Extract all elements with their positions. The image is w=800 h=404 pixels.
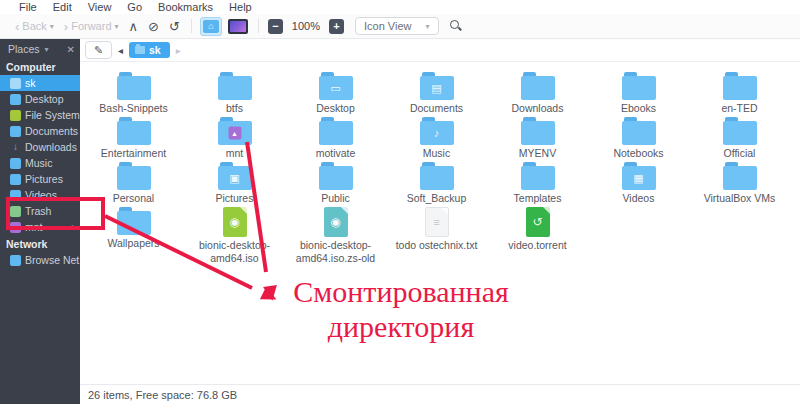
- desktop-button[interactable]: [228, 19, 248, 34]
- menu-go[interactable]: Go: [120, 1, 149, 13]
- back-button[interactable]: ‹ Back ▾: [10, 16, 59, 37]
- file-label: motivate: [316, 147, 356, 160]
- reload-icon: ↺: [169, 20, 180, 33]
- file-item-motivate[interactable]: motivate: [285, 115, 386, 160]
- sidebar-item-music[interactable]: Music: [0, 155, 80, 171]
- file-item-wallpapers[interactable]: Wallpapers: [83, 205, 184, 250]
- file-glyph-icon: ↺: [532, 216, 542, 228]
- sidebar-item-pictures[interactable]: Pictures: [0, 171, 80, 187]
- places-panel-header[interactable]: Places ▾ ✕: [0, 39, 80, 58]
- toolbar-separator: [191, 19, 192, 33]
- mount-emblem-icon: ▲: [228, 127, 241, 140]
- desktop-folder-icon: [10, 94, 21, 105]
- forward-button[interactable]: › Forward ▾: [59, 16, 124, 37]
- tab-scroll-left-icon[interactable]: ◂: [116, 45, 125, 56]
- file-item-bash-snippets[interactable]: Bash-Snippets: [83, 70, 184, 115]
- folder-icon: ▤: [420, 76, 454, 100]
- music-emblem-icon: ♪: [420, 121, 454, 145]
- file-item-videos[interactable]: ▦ Videos: [588, 160, 689, 205]
- file-label: Personal: [113, 192, 154, 205]
- file-item-soft-backup[interactable]: Soft_Backup: [386, 160, 487, 205]
- file-item-desktop[interactable]: ▭ Desktop: [285, 70, 386, 115]
- sidebar-item-desktop[interactable]: Desktop: [0, 91, 80, 107]
- file-glyph-icon: ≡: [433, 217, 439, 228]
- pictures-folder-icon: [10, 174, 21, 185]
- folder-icon: ▭: [319, 76, 353, 100]
- stop-button[interactable]: ⊘: [143, 16, 164, 37]
- tab-scroll-right-icon[interactable]: ▸: [174, 45, 183, 56]
- sidebar-item-mnt[interactable]: ▪ mnt ⏏: [0, 219, 80, 235]
- file-item-btfs[interactable]: btfs: [184, 70, 285, 115]
- file-item-virtualbox-vms[interactable]: VirtualBox VMs: [689, 160, 790, 205]
- sidebar-item-documents[interactable]: Documents: [0, 123, 80, 139]
- sidebar-item-videos[interactable]: Videos: [0, 187, 80, 203]
- file-item-documents[interactable]: ▤ Documents: [386, 70, 487, 115]
- folder-icon: [10, 78, 21, 89]
- sidebar-item-file-system[interactable]: File System: [0, 107, 80, 123]
- zoom-out-button[interactable]: −: [268, 19, 283, 34]
- menu-help[interactable]: Help: [222, 1, 259, 13]
- file-label: Videos: [623, 192, 655, 205]
- file-item-ebooks[interactable]: Ebooks: [588, 70, 689, 115]
- file-label: en-TED: [721, 102, 757, 115]
- file-item-downloads[interactable]: Downloads: [487, 70, 588, 115]
- file-grid: Bash-Snippets btfs ▭ Desktop ▤ Documents…: [80, 62, 800, 384]
- file-item-personal[interactable]: Personal: [83, 160, 184, 205]
- folder-icon: [135, 46, 145, 54]
- file-item-notebooks[interactable]: Notebooks: [588, 115, 689, 160]
- chevron-right-icon: ›: [64, 20, 68, 33]
- sidebar-item-downloads[interactable]: ↓ Downloads: [0, 139, 80, 155]
- file-glyph-icon: ◉: [330, 216, 340, 228]
- sidebar-item-trash[interactable]: Trash: [0, 203, 80, 219]
- edit-path-button[interactable]: ✎: [85, 41, 112, 59]
- status-text: 26 items, Free space: 76.8 GB: [88, 389, 237, 401]
- file-item-templates[interactable]: Templates: [487, 160, 588, 205]
- file-item-bionic-desktop-amd64-iso-zs-old[interactable]: ◉ bionic-desktop-amd64.iso.zs-old: [285, 205, 386, 250]
- close-panel-icon[interactable]: ✕: [67, 44, 75, 55]
- file-item-bionic-desktop-amd64-iso[interactable]: ◉ bionic-desktop-amd64.iso: [184, 205, 285, 250]
- file-label: MYENV: [519, 147, 556, 160]
- menu-file[interactable]: File: [12, 1, 44, 13]
- view-mode-select[interactable]: Icon View ▾: [355, 17, 439, 35]
- file-item-music[interactable]: ♪ Music: [386, 115, 487, 160]
- file-item-myenv[interactable]: MYENV: [487, 115, 588, 160]
- file-item-mnt[interactable]: ▲ mnt: [184, 115, 285, 160]
- folder-icon: [723, 166, 757, 190]
- pencil-icon: ✎: [94, 44, 103, 57]
- forward-history-caret-icon[interactable]: ▾: [115, 22, 119, 31]
- search-icon[interactable]: [449, 19, 463, 33]
- file-label: mnt: [226, 147, 244, 160]
- back-history-caret-icon[interactable]: ▾: [50, 22, 54, 31]
- sidebar-item-browse-network[interactable]: Browse Net...: [0, 252, 80, 268]
- file-label: Documents: [410, 102, 463, 115]
- folder-icon: ♪: [420, 121, 454, 145]
- pictures-emblem-icon: ▣: [218, 166, 252, 190]
- menu-bookmarks[interactable]: Bookmarks: [151, 1, 220, 13]
- file-item-todo-ostechnix-txt[interactable]: ≡ todo ostechnix.txt: [386, 205, 487, 250]
- reload-button[interactable]: ↺: [164, 16, 185, 37]
- eject-icon[interactable]: ⏏: [68, 223, 76, 232]
- file-label: Pictures: [216, 192, 254, 205]
- file-label: Bash-Snippets: [99, 102, 167, 115]
- section-network: Network: [0, 235, 80, 252]
- menu-edit[interactable]: Edit: [46, 1, 79, 13]
- desktop-icon: [230, 21, 246, 32]
- download-arrow-icon: ↓: [10, 142, 21, 153]
- file-item-entertainment[interactable]: Entertainment: [83, 115, 184, 160]
- zoom-in-button[interactable]: +: [329, 19, 344, 34]
- up-button[interactable]: ∧: [124, 16, 144, 37]
- sidebar-item-sk[interactable]: sk: [0, 75, 80, 91]
- path-tab-sk[interactable]: sk: [129, 42, 170, 58]
- file-label: Public: [321, 192, 350, 205]
- home-button[interactable]: ⌂: [200, 17, 222, 36]
- file-item-pictures[interactable]: ▣ Pictures: [184, 160, 285, 205]
- file-item-video-torrent[interactable]: ↺ video.torrent: [487, 205, 588, 250]
- file-item-en-ted[interactable]: en-TED: [689, 70, 790, 115]
- file-item-public[interactable]: Public: [285, 160, 386, 205]
- menu-view[interactable]: View: [81, 1, 119, 13]
- forward-label: Forward: [71, 20, 111, 32]
- file-label: Templates: [514, 192, 562, 205]
- folder-icon: [622, 76, 656, 100]
- file-item-official[interactable]: Official: [689, 115, 790, 160]
- file-label: Music: [423, 147, 450, 160]
